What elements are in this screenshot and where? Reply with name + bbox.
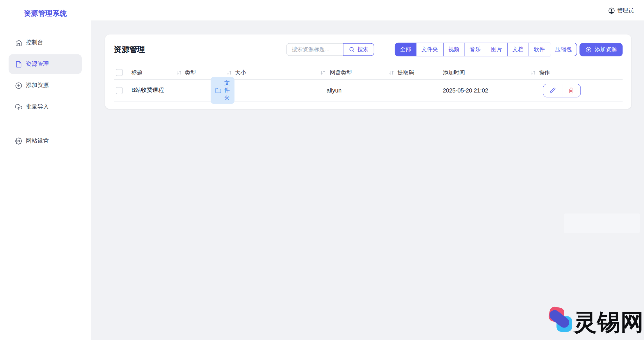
column-label: 大小 [235, 69, 246, 76]
sort-icon[interactable] [389, 70, 394, 75]
column-header-disk-type[interactable]: 网盘类型 [327, 69, 395, 76]
column-label: 网盘类型 [330, 69, 352, 76]
column-header-code: 提取码 [395, 69, 440, 76]
action-button-group [543, 83, 581, 97]
plus-circle-icon [15, 82, 22, 89]
sidebar-item-batch-import[interactable]: 批量导入 [9, 97, 82, 117]
sort-icon[interactable] [530, 70, 536, 75]
type-badge-label: 文件夹 [224, 79, 230, 102]
column-label: 添加时间 [443, 69, 465, 76]
column-header-title[interactable]: 标题 [129, 69, 183, 76]
site-logo: 灵锡网 [547, 306, 643, 336]
search-icon [349, 47, 355, 53]
topbar: 管理员 [91, 0, 644, 21]
sidebar-item-label: 资源管理 [26, 60, 49, 68]
app-title: 资源管理系统 [0, 9, 91, 18]
user-avatar-icon [608, 7, 615, 14]
sidebar-item-label: 网站设置 [26, 137, 49, 145]
sidebar-divider [9, 125, 82, 125]
row-disk-cell: aliyun [327, 87, 395, 94]
app-window: 资源管理系统 控制台 资源管理 添加资源 [0, 0, 644, 340]
pencil-icon [549, 87, 556, 93]
filter-tab-image[interactable]: 图片 [486, 43, 507, 56]
column-label: 提取码 [398, 69, 414, 76]
user-menu[interactable]: 管理员 [608, 0, 634, 21]
column-label: 标题 [131, 69, 143, 76]
filter-tab-music[interactable]: 音乐 [465, 43, 486, 56]
faint-watermark-box [564, 213, 640, 233]
page-title: 资源管理 [114, 44, 145, 55]
select-all-checkbox[interactable] [116, 69, 123, 76]
filter-tab-folder[interactable]: 文件夹 [417, 43, 443, 56]
gear-icon [15, 137, 22, 144]
delete-button[interactable] [562, 84, 580, 97]
sidebar-nav: 控制台 资源管理 添加资源 批量导入 [0, 33, 91, 151]
filter-tab-archive[interactable]: 压缩包 [550, 43, 577, 56]
added-time: 2025-05-20 21:02 [443, 87, 488, 94]
search-input[interactable] [286, 43, 343, 56]
search-group: 搜索 [286, 43, 374, 56]
folder-icon [215, 87, 221, 93]
edit-button[interactable] [543, 84, 562, 97]
column-header-size[interactable]: 大小 [233, 69, 327, 76]
column-header-actions: 操作 [537, 69, 622, 76]
column-label: 类型 [185, 69, 196, 76]
sort-icon[interactable] [176, 70, 182, 75]
sort-icon[interactable] [320, 70, 326, 75]
trash-icon [568, 87, 574, 93]
sidebar-item-label: 批量导入 [26, 103, 49, 110]
type-badge: 文件夹 [211, 77, 234, 104]
sidebar-item-label: 控制台 [26, 39, 43, 46]
sidebar-item-label: 添加资源 [26, 82, 49, 89]
add-resource-label: 添加资源 [595, 46, 617, 53]
row-select-cell [114, 87, 129, 94]
sidebar-item-dashboard[interactable]: 控制台 [9, 33, 82, 53]
table-row: B站收费课程 文件夹 aliyun 2025-05-20 21:0 [114, 80, 622, 102]
resource-card: 资源管理 搜索 全部 文件夹 视频 音乐 图片 文档 软件 压缩包 [105, 35, 631, 109]
file-icon [15, 60, 22, 67]
resource-title: B站收费课程 [131, 87, 164, 93]
row-actions-cell [537, 83, 622, 97]
select-all-cell [114, 69, 129, 76]
home-icon [15, 39, 22, 46]
disk-type: aliyun [327, 87, 342, 94]
logo-shapes-icon [547, 306, 573, 333]
sidebar-item-resources[interactable]: 资源管理 [9, 54, 82, 74]
column-label: 操作 [539, 69, 550, 76]
user-name: 管理员 [617, 7, 634, 14]
search-button-label: 搜索 [357, 46, 368, 53]
search-button[interactable]: 搜索 [343, 43, 374, 56]
filter-tab-software[interactable]: 软件 [529, 43, 550, 56]
sidebar-item-add-resource[interactable]: 添加资源 [9, 76, 82, 95]
row-time-cell: 2025-05-20 21:02 [440, 87, 537, 94]
filter-tabs: 全部 文件夹 视频 音乐 图片 文档 软件 压缩包 [395, 43, 577, 56]
card-header: 资源管理 搜索 全部 文件夹 视频 音乐 图片 文档 软件 压缩包 [114, 43, 622, 56]
row-title-cell: B站收费课程 [129, 87, 183, 94]
plus-circle-icon [585, 46, 592, 53]
cloud-upload-icon [15, 103, 22, 110]
row-type-cell: 文件夹 [183, 77, 233, 104]
filter-tab-document[interactable]: 文档 [508, 43, 529, 56]
sort-icon[interactable] [226, 70, 232, 75]
filter-tab-video[interactable]: 视频 [443, 43, 465, 56]
column-header-type[interactable]: 类型 [183, 69, 233, 76]
sidebar: 资源管理系统 控制台 资源管理 添加资源 [0, 0, 91, 340]
add-resource-button[interactable]: 添加资源 [579, 43, 622, 56]
column-header-added-time[interactable]: 添加时间 [440, 69, 537, 76]
logo-text: 灵锡网 [574, 307, 644, 338]
filter-tab-all[interactable]: 全部 [395, 43, 417, 56]
row-checkbox[interactable] [116, 87, 123, 94]
sidebar-item-site-settings[interactable]: 网站设置 [9, 131, 82, 151]
